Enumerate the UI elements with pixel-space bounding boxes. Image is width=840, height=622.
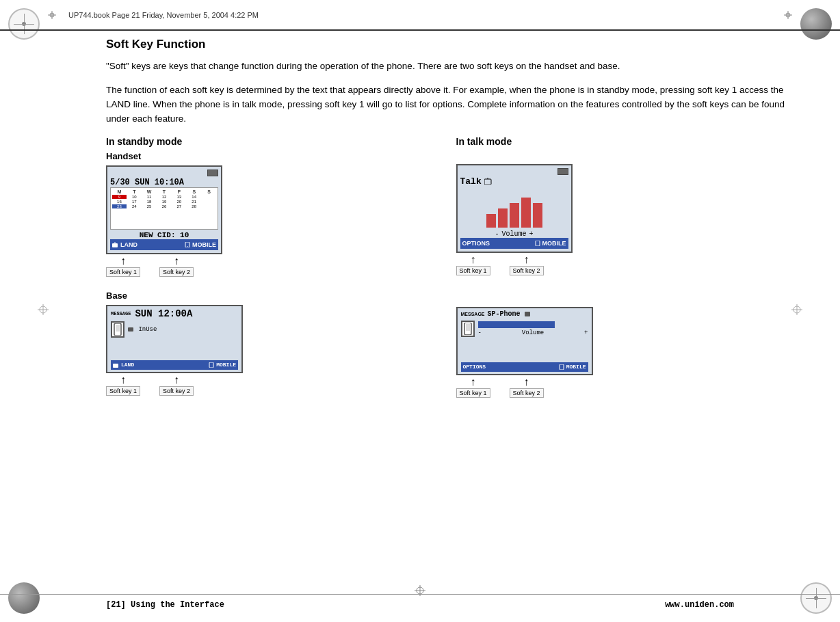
base-standby-time: SUN 12:00A <box>135 308 192 319</box>
svg-rect-21 <box>484 179 491 185</box>
page-title: Soft Key Function <box>106 38 806 51</box>
vol-bar-2 <box>498 208 508 228</box>
svg-rect-19 <box>113 364 118 368</box>
handset-talk-sk2-group: ↑ Soft key 2 <box>510 254 544 275</box>
base-subtitle: Base <box>106 290 456 301</box>
talk-title: Talk <box>460 176 482 187</box>
header-bar: UP744.book Page 21 Friday, November 5, 2… <box>0 0 840 31</box>
handset-standby-sk2-group: ↑ Soft key 2 <box>159 256 194 277</box>
base-standby-softkey-bar: LAND MOBILE <box>111 360 238 370</box>
base-standby-sk1-group: ↑ Soft key 1 <box>106 375 140 396</box>
base-inuse-label: InUse <box>128 326 157 333</box>
handset-talk-diagram: Talk <box>456 164 806 275</box>
header-crosshair-right <box>784 11 792 19</box>
talk-mode-column: In talk mode Talk <box>456 136 806 411</box>
volume-label-row: - Volume + <box>460 230 568 238</box>
diagrams-section: In standby mode Handset 5/30 SUN 10:10A … <box>106 136 806 411</box>
footer-left: [21] Using the Interface <box>106 600 224 610</box>
paragraph-2: The function of each soft key is determi… <box>106 83 806 126</box>
left-side-decoration <box>38 304 49 318</box>
vol-bar-3 <box>510 203 519 228</box>
mobile-icon-1 <box>184 242 191 247</box>
talk-icon <box>484 178 493 185</box>
standby-mode-column: In standby mode Handset 5/30 SUN 10:10A … <box>106 136 456 411</box>
base-talk-sk-labels: ↑ Soft key 1 ↑ Soft key 2 <box>456 377 544 398</box>
footer: [21] Using the Interface www.uniden.com <box>0 594 840 610</box>
land-icon <box>112 242 119 247</box>
footer-center-crosshair <box>415 585 425 596</box>
handset-cid: NEW CID: 10 <box>110 231 218 239</box>
standby-mode-title: In standby mode <box>106 136 456 147</box>
svg-rect-26 <box>466 324 470 331</box>
svg-rect-20 <box>209 362 213 368</box>
handset-talk-sk2-label: Soft key 2 <box>510 266 544 275</box>
svg-rect-27 <box>560 364 564 370</box>
handset-talk-softkey-bar: OPTIONS MOBILE <box>460 238 568 249</box>
base-volume-bar-indicator <box>478 321 555 328</box>
base-standby-sk1-label: Soft key 1 <box>106 386 140 396</box>
handset-subtitle: Handset <box>106 151 456 161</box>
vol-bar-5 <box>533 203 542 228</box>
header-crosshair-left <box>48 11 56 19</box>
svg-rect-12 <box>112 243 118 247</box>
base-standby-sk-labels: ↑ Soft key 1 ↑ Soft key 2 <box>106 375 194 396</box>
handset-talk-screen: Talk <box>456 164 573 253</box>
svg-rect-23 <box>536 241 540 246</box>
base-volume-labels: - Volume + <box>478 329 588 336</box>
svg-rect-18 <box>128 327 133 332</box>
handset-standby-diagram: 5/30 SUN 10:10A M T W T F S S <box>106 165 456 277</box>
talk-mode-title: In talk mode <box>456 136 806 147</box>
base-talk-sk1-group: ↑ Soft key 1 <box>456 377 490 398</box>
base-message-label: MESSAGE <box>111 311 131 316</box>
base-standby-screen: MESSAGE SUN 12:00A InUse <box>106 305 243 373</box>
vol-bar-4 <box>521 198 531 228</box>
handset-talk-sk1-label: Soft key 1 <box>456 266 490 275</box>
handset-standby-softkey-bar: LAND MOBILE <box>110 239 218 250</box>
base-talk-phone-icon <box>461 321 475 337</box>
handset-standby-sk2-label: Soft key 2 <box>159 267 194 277</box>
base-talk-softkey-bar: OPTIONS MOBILE <box>461 362 588 372</box>
handset-standby-sk-labels: ↑ Soft key 1 ↑ Soft key 2 <box>106 256 194 277</box>
main-content: Soft Key Function "Soft" keys are keys t… <box>106 38 806 581</box>
vol-bar-1 <box>486 214 496 228</box>
header-text: UP744.book Page 21 Friday, November 5, 2… <box>68 11 259 19</box>
volume-bars <box>460 187 568 230</box>
base-standby-diagram: MESSAGE SUN 12:00A InUse <box>106 305 456 396</box>
handset-standby-sk1-label: Soft key 1 <box>106 267 140 277</box>
handset-standby-sk1-group: ↑ Soft key 1 <box>106 256 140 277</box>
base-talk-diagram: MESSAGE SP-Phone <box>456 307 806 398</box>
base-talk-screen: MESSAGE SP-Phone <box>456 307 593 375</box>
svg-rect-24 <box>525 312 530 316</box>
handset-standby-screen: 5/30 SUN 10:10A M T W T F S S <box>106 165 222 254</box>
handset-talk-sk1-group: ↑ Soft key 1 <box>456 254 490 275</box>
base-standby-sk2-group: ↑ Soft key 2 <box>159 375 194 396</box>
base-talk-message: MESSAGE <box>461 312 485 316</box>
base-talk-sk1-label: Soft key 1 <box>456 388 490 398</box>
svg-rect-17 <box>116 325 120 332</box>
handset-talk-sk-labels: ↑ Soft key 1 ↑ Soft key 2 <box>456 254 544 275</box>
base-phone-icon <box>111 321 124 338</box>
base-talk-sk2-group: ↑ Soft key 2 <box>510 377 544 398</box>
footer-right: www.uniden.com <box>665 600 734 610</box>
paragraph-1: "Soft" keys are keys that change functio… <box>106 59 806 74</box>
base-standby-sk2-label: Soft key 2 <box>159 386 194 396</box>
handset-date: 5/30 SUN 10:10A <box>110 178 218 187</box>
base-talk-sk2-label: Soft key 2 <box>510 388 544 398</box>
base-sp-phone: SP-Phone <box>488 310 521 318</box>
